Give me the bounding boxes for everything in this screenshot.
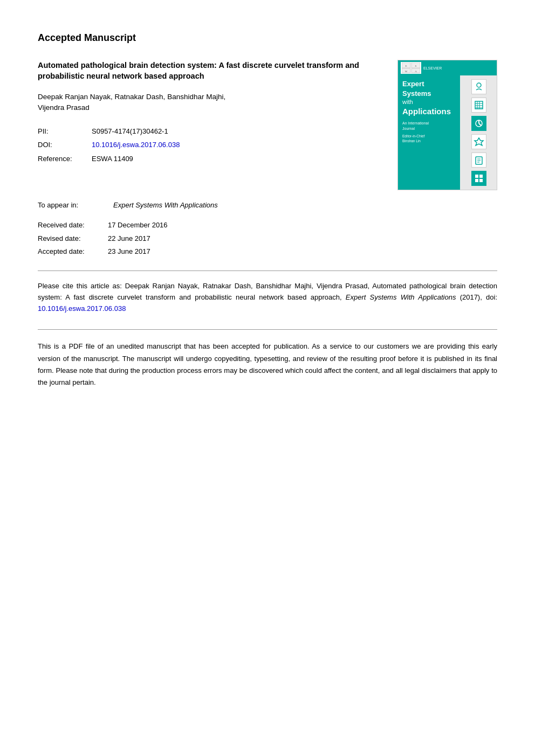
cover-icon-5 xyxy=(471,152,486,168)
svg-text:E: E xyxy=(405,65,407,67)
dates-section: Received date: 17 December 2016 Revised … xyxy=(38,219,497,259)
authors: Deepak Ranjan Nayak, Ratnakar Dash, Bans… xyxy=(38,92,381,114)
citation-year: (2017), doi: xyxy=(460,293,497,301)
svg-point-8 xyxy=(477,83,481,87)
disclaimer-text: This is a PDF file of an unedited manusc… xyxy=(38,342,497,386)
received-date-row: Received date: 17 December 2016 xyxy=(38,219,497,232)
cover-icon-2 xyxy=(471,98,486,113)
page: Accepted Manuscript Automated pathologic… xyxy=(0,0,535,756)
svg-marker-18 xyxy=(475,138,483,145)
top-section: Automated pathological brain detection s… xyxy=(38,60,497,190)
disclaimer-section: This is a PDF file of an unedited manusc… xyxy=(38,341,497,388)
cover-icon-3 xyxy=(471,116,486,131)
svg-rect-24 xyxy=(479,175,483,178)
doi-label: DOI: xyxy=(38,138,92,151)
accepted-date-row: Accepted date: 23 June 2017 xyxy=(38,245,497,259)
citation-doi-link[interactable]: 10.1016/j.eswa.2017.06.038 xyxy=(38,304,126,313)
appear-section: To appear in: Expert Systems With Applic… xyxy=(38,201,497,209)
cover-journal-line1: Expert xyxy=(402,80,456,88)
doi-row: DOI: 10.1016/j.eswa.2017.06.038 xyxy=(38,138,381,151)
cover-image: E S W A ELSEVIER Expert Systems with A xyxy=(398,60,497,190)
revised-label: Revised date: xyxy=(38,232,108,246)
cover-body: Expert Systems with Applications An Inte… xyxy=(398,75,497,190)
pii-label: PII: xyxy=(38,125,92,137)
appear-label: To appear in: xyxy=(38,201,108,209)
cover-right-panel xyxy=(460,75,497,190)
reference-value: ESWA 11409 xyxy=(92,152,381,165)
revised-value: 22 June 2017 xyxy=(108,232,150,246)
reference-row: Reference: ESWA 11409 xyxy=(38,152,381,165)
cover-top-bar-text: ELSEVIER xyxy=(423,66,442,70)
citation-journal: Expert Systems With Applications xyxy=(346,293,456,301)
appear-value: Expert Systems With Applications xyxy=(113,201,218,209)
accepted-manuscript-label: Accepted Manuscript xyxy=(38,32,497,44)
svg-text:S: S xyxy=(415,65,417,67)
svg-rect-25 xyxy=(475,179,478,182)
cover-left-panel: Expert Systems with Applications An Inte… xyxy=(398,75,460,190)
received-label: Received date: xyxy=(38,219,108,232)
accepted-label: Accepted date: xyxy=(38,245,108,259)
cover-icon-1 xyxy=(471,79,486,94)
svg-rect-26 xyxy=(479,179,483,182)
svg-line-16 xyxy=(479,123,481,126)
revised-date-row: Revised date: 22 June 2017 xyxy=(38,232,497,246)
received-value: 17 December 2016 xyxy=(108,219,168,232)
journal-cover: E S W A ELSEVIER Expert Systems with A xyxy=(397,60,497,190)
cover-icon-4 xyxy=(471,134,486,149)
cover-editor: Editor-in-Chief Binshan Lin xyxy=(402,134,456,143)
doi-link[interactable]: 10.1016/j.eswa.2017.06.038 xyxy=(92,141,180,149)
cover-top-bar: E S W A ELSEVIER xyxy=(398,60,497,75)
reference-label: Reference: xyxy=(38,152,92,165)
article-info: Automated pathological brain detection s… xyxy=(38,60,397,176)
article-title: Automated pathological brain detection s… xyxy=(38,60,381,82)
citation-section: Please cite this article as: Deepak Ranj… xyxy=(38,281,497,314)
divider-2 xyxy=(38,329,497,330)
cover-applications: Applications xyxy=(402,107,456,116)
pii-value: S0957-4174(17)30462-1 xyxy=(92,125,381,137)
cover-journal-line2: Systems xyxy=(402,89,456,98)
accepted-value: 23 June 2017 xyxy=(108,245,150,259)
pii-row: PII: S0957-4174(17)30462-1 xyxy=(38,125,381,137)
cover-subtitle: An InternationalJournal xyxy=(402,121,456,131)
metadata-table: PII: S0957-4174(17)30462-1 DOI: 10.1016/… xyxy=(38,125,381,165)
doi-value: 10.1016/j.eswa.2017.06.038 xyxy=(92,138,381,151)
cover-journal-line3: with xyxy=(402,99,456,106)
svg-rect-23 xyxy=(475,175,478,178)
cover-logo-area: E S W A xyxy=(401,62,421,74)
cover-icon-6 xyxy=(471,171,486,186)
divider xyxy=(38,271,497,271)
svg-text:W: W xyxy=(405,70,408,73)
svg-text:A: A xyxy=(415,70,417,73)
